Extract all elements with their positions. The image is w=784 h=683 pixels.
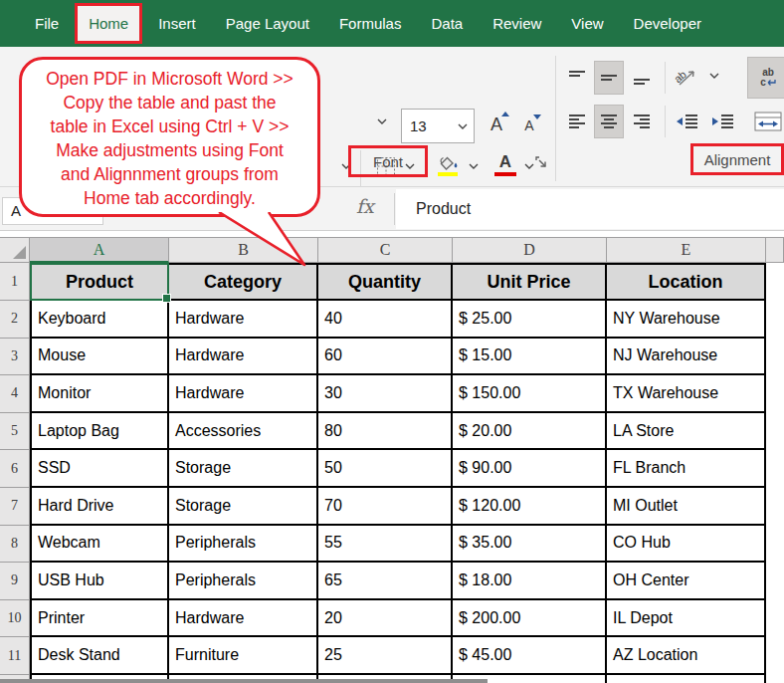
cell[interactable]: 20 [318, 600, 453, 638]
decrease-indent-button[interactable] [673, 106, 702, 137]
row-header-6[interactable]: 6 [0, 450, 30, 488]
cell[interactable]: USB Hub [30, 563, 169, 600]
tab-home[interactable]: Home [75, 3, 142, 44]
formula-input[interactable]: Product [396, 189, 784, 229]
cell[interactable]: AZ Location [607, 637, 766, 675]
align-right-button[interactable] [628, 106, 656, 137]
fill-color-button[interactable] [436, 150, 460, 180]
cell[interactable]: 70 [318, 488, 453, 526]
cell[interactable]: Furniture [169, 637, 318, 675]
row-header-4[interactable]: 4 [0, 375, 30, 413]
tab-file[interactable]: File [20, 0, 74, 47]
align-top-button[interactable] [563, 62, 591, 94]
column-header-a[interactable]: A [30, 237, 169, 263]
row-header-5[interactable]: 5 [0, 413, 30, 451]
cell[interactable]: Accessories [169, 413, 318, 451]
cell[interactable]: Unit Price [453, 263, 607, 301]
cell[interactable]: Webcam [30, 526, 169, 564]
cell[interactable]: 30 [318, 375, 453, 413]
row-header-1[interactable]: 1 [0, 263, 30, 301]
cell[interactable]: Hardware [169, 600, 318, 638]
merge-center-button[interactable] [748, 104, 784, 139]
shrink-font-button[interactable]: A [517, 113, 541, 138]
cell[interactable]: Keyboard [30, 301, 169, 339]
row-header-8[interactable]: 8 [0, 526, 30, 564]
cell[interactable]: Peripherals [169, 563, 318, 600]
column-header-c[interactable]: C [318, 237, 453, 263]
cell[interactable]: $ 45.00 [453, 637, 607, 675]
grow-font-button[interactable]: A [484, 110, 509, 139]
cell[interactable]: Storage [169, 488, 318, 526]
fx-icon[interactable]: fx [356, 195, 374, 217]
font-color-button[interactable]: A [492, 148, 518, 180]
align-middle-button[interactable] [595, 62, 623, 94]
cell[interactable]: $ 150.00 [453, 375, 607, 413]
tab-developer[interactable]: Developer [619, 0, 716, 47]
cell[interactable]: IL Depot [607, 600, 766, 638]
cell[interactable]: OH Center [607, 563, 766, 600]
tab-insert[interactable]: Insert [143, 0, 211, 47]
cell[interactable]: Mouse [30, 339, 169, 376]
cell[interactable]: $ 25.00 [453, 301, 607, 339]
font-size-combo[interactable]: 13 [401, 109, 475, 143]
cell[interactable]: Storage [169, 450, 318, 488]
column-header-d[interactable]: D [453, 237, 607, 263]
cell[interactable]: Hardware [169, 301, 318, 339]
increase-indent-button[interactable] [708, 106, 738, 137]
wrap-text-button[interactable]: ab c [748, 58, 784, 98]
cell[interactable]: Quantity [318, 263, 453, 301]
align-left-button[interactable] [563, 106, 591, 137]
tab-formulas[interactable]: Formulas [324, 0, 417, 47]
orientation-dropdown[interactable] [706, 68, 722, 84]
column-header-e[interactable]: E [607, 237, 766, 263]
cell[interactable]: Hardware [169, 339, 318, 376]
align-bottom-button[interactable] [628, 62, 656, 94]
font-name-dropdown[interactable] [373, 113, 391, 130]
cell[interactable]: Location [607, 263, 766, 301]
cell[interactable]: Printer [30, 600, 169, 638]
cell[interactable]: $ 15.00 [453, 339, 607, 376]
row-header-3[interactable]: 3 [0, 339, 30, 376]
cell[interactable]: $ 18.00 [453, 563, 607, 600]
tab-page-layout[interactable]: Page Layout [211, 0, 324, 47]
row-header-11[interactable]: 11 [0, 637, 30, 675]
cell[interactable]: Peripherals [169, 526, 318, 564]
row-header-7[interactable]: 7 [0, 488, 30, 526]
select-all-button[interactable] [0, 237, 30, 263]
cell[interactable]: $ 120.00 [453, 488, 607, 526]
cell[interactable]: NJ Warehouse [607, 339, 766, 376]
row-header-2[interactable]: 2 [0, 301, 30, 339]
cell[interactable]: 50 [318, 450, 453, 488]
cell[interactable]: Monitor [30, 375, 169, 413]
row-header-9[interactable]: 9 [0, 563, 30, 600]
cell[interactable]: FL Branch [607, 450, 766, 488]
cell[interactable]: 25 [318, 637, 453, 675]
tab-data[interactable]: Data [416, 0, 478, 47]
cell[interactable]: Hard Drive [30, 488, 169, 526]
cell[interactable]: CO Hub [607, 526, 766, 564]
cell[interactable]: 40 [318, 301, 453, 339]
cell[interactable]: TX Warehouse [607, 375, 766, 413]
tab-view[interactable]: View [556, 0, 618, 47]
orientation-button[interactable]: ab [673, 62, 702, 94]
tab-review[interactable]: Review [478, 0, 556, 47]
cell[interactable]: NY Warehouse [607, 301, 766, 339]
cell[interactable]: LA Store [607, 413, 766, 451]
fill-color-dropdown[interactable] [466, 158, 482, 174]
cell[interactable]: 65 [318, 563, 453, 600]
align-center-button[interactable] [595, 106, 623, 137]
cell[interactable]: 60 [318, 339, 453, 376]
cell[interactable]: Hardware [169, 375, 318, 413]
cell[interactable]: $ 35.00 [453, 526, 607, 564]
cell[interactable]: SSD [30, 450, 169, 488]
cell[interactable]: $ 20.00 [453, 413, 607, 451]
cell[interactable]: Product [30, 263, 169, 301]
row-header-10[interactable]: 10 [0, 600, 30, 638]
font-dialog-launcher[interactable] [533, 154, 549, 170]
cell[interactable]: $ 200.00 [453, 600, 607, 638]
cell[interactable]: MI Outlet [607, 488, 766, 526]
cell[interactable]: $ 90.00 [453, 450, 607, 488]
cell[interactable]: 55 [318, 526, 453, 564]
cell[interactable]: Desk Stand [30, 637, 169, 675]
cell[interactable]: 80 [318, 413, 453, 451]
